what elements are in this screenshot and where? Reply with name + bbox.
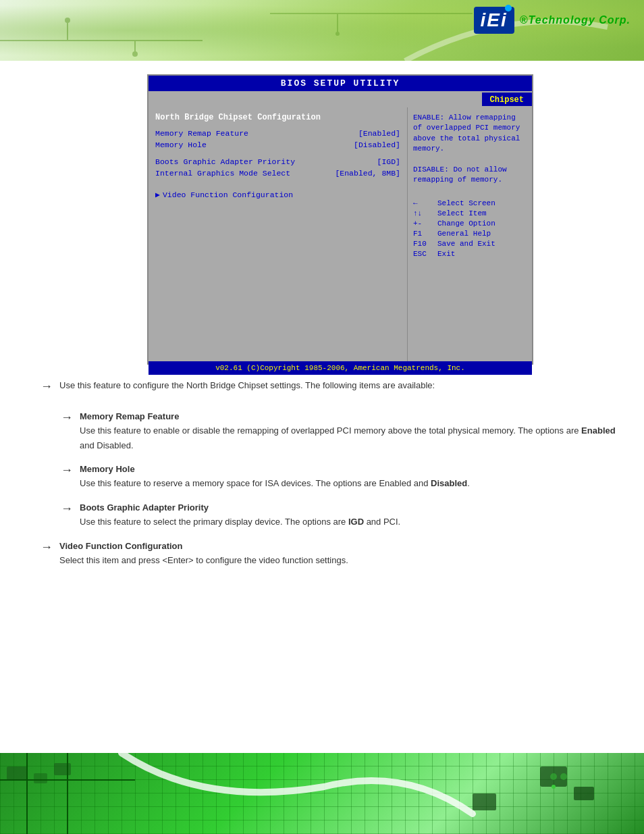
memory-hole-value: [Disabled]: [354, 140, 400, 149]
p3-label: Memory Hole: [80, 464, 135, 474]
svg-rect-15: [574, 787, 594, 800]
text-content: → Use this feature to configure the Nort…: [41, 378, 617, 580]
bios-separator: [155, 152, 400, 157]
paragraph-2-text: Memory Remap Feature Use this feature to…: [80, 409, 617, 452]
paragraph-5: → Video Function Configuration Select th…: [41, 539, 617, 568]
bios-shortcuts: ← Select Screen ↑↓ Select Item +- Change…: [413, 199, 527, 258]
arrow-icon-2: →: [61, 408, 73, 428]
memory-hole-label: Memory Hole: [155, 140, 207, 149]
bios-title: BIOS SETUP UTILITY: [149, 76, 532, 91]
paragraph-3-text: Memory Hole Use this feature to reserve …: [80, 462, 470, 491]
bios-screenshot: BIOS SETUP UTILITY Chipset North Bridge …: [147, 74, 533, 365]
shortcut-desc-help: General Help: [437, 230, 491, 238]
bios-item-boots-graphic: Boots Graphic Adapter Priority [IGD]: [155, 157, 400, 166]
p5-label: Video Function Configuration: [59, 541, 182, 551]
iei-logo: iEi: [474, 7, 514, 34]
bios-footer: v02.61 (C)Copyright 1985-2006, American …: [149, 361, 532, 375]
svg-point-18: [560, 773, 567, 780]
paragraph-5-text: Video Function Configuration Select this…: [59, 539, 348, 568]
bios-submenu-video: ▶ Video Function Configuration: [155, 190, 400, 199]
paragraph-1: → Use this feature to configure the Nort…: [41, 378, 617, 397]
arrow-icon-4: →: [61, 499, 73, 519]
submenu-arrow-icon: ▶: [155, 190, 160, 199]
shortcut-key-plusminus: +-: [413, 219, 432, 228]
bios-help-text: ENABLE: Allow remapping of overlapped PC…: [413, 113, 527, 186]
svg-rect-10: [54, 763, 71, 775]
p4-body: Use this feature to select the primary d…: [80, 517, 400, 527]
internal-graphics-value: [Enabled, 8MB]: [335, 169, 400, 178]
p3-body: Use this feature to reserve a memory spa…: [80, 478, 470, 488]
shortcut-key-f1: F1: [413, 230, 432, 238]
shortcut-key-updown: ↑↓: [413, 209, 432, 217]
bios-active-tab: Chipset: [482, 93, 532, 106]
shortcut-select-screen: ← Select Screen: [413, 199, 527, 207]
shortcut-desc-save: Save and Exit: [437, 240, 495, 248]
bios-item-memory-hole: Memory Hole [Disabled]: [155, 140, 400, 149]
bottom-footer: [0, 753, 644, 834]
svg-rect-9: [34, 773, 47, 783]
paragraph-4: → Boots Graphic Adapter Priority Use thi…: [61, 500, 617, 529]
logo-area: iEi ®Technology Corp.: [474, 7, 630, 34]
arrow-icon-5: →: [41, 538, 53, 558]
bios-right-panel: ENABLE: Allow remapping of overlapped PC…: [407, 107, 532, 361]
bios-separator2: [155, 180, 400, 186]
bios-item-memory-remap: Memory Remap Feature [Enabled]: [155, 129, 400, 138]
internal-graphics-label: Internal Graphics Mode Select: [155, 169, 290, 178]
shortcut-desc-option: Change Option: [437, 219, 495, 228]
paragraph-2: → Memory Remap Feature Use this feature …: [61, 409, 617, 452]
tagline-text: ®Technology Corp.: [520, 14, 630, 26]
arrow-icon-1: →: [41, 377, 53, 397]
memory-remap-value: [Enabled]: [358, 129, 400, 138]
shortcut-f1: F1 General Help: [413, 230, 527, 238]
bios-left-panel: North Bridge Chipset Configuration Memor…: [149, 107, 407, 361]
svg-point-19: [552, 785, 556, 789]
shortcut-desc-exit: Exit: [437, 250, 455, 258]
bios-section-title: North Bridge Chipset Configuration: [155, 113, 400, 122]
bottom-circuit-svg: [0, 753, 644, 834]
shortcut-desc-item: Select Item: [437, 209, 487, 217]
shortcut-key-arrow: ←: [413, 199, 432, 207]
p2-label: Memory Remap Feature: [80, 411, 179, 421]
paragraph-1-text: Use this feature to configure the North …: [59, 378, 435, 392]
bios-content: North Bridge Chipset Configuration Memor…: [149, 107, 532, 361]
shortcut-key-f10: F10: [413, 240, 432, 248]
p4-label: Boots Graphic Adapter Priority: [80, 502, 209, 513]
shortcut-f10: F10 Save and Exit: [413, 240, 527, 248]
arrow-icon-3: →: [61, 461, 73, 481]
svg-rect-8: [7, 766, 27, 780]
top-header: iEi ®Technology Corp.: [0, 0, 644, 61]
logo-tagline: ®Technology Corp.: [520, 14, 630, 26]
help-disable-text: DISABLE: Do not allow remapping of memor…: [413, 165, 507, 184]
boots-graphic-value: [IGD]: [377, 157, 400, 166]
svg-point-2: [65, 18, 70, 23]
help-enable-text: ENABLE: Allow remapping of overlapped PC…: [413, 113, 520, 153]
iei-text: iEi: [481, 9, 508, 30]
bios-menu-bar: Chipset: [149, 91, 532, 107]
p2-body: Use this feature to enable or disable th…: [80, 425, 616, 450]
memory-remap-label: Memory Remap Feature: [155, 129, 248, 138]
shortcut-desc-screen: Select Screen: [437, 199, 495, 207]
paragraph-4-text: Boots Graphic Adapter Priority Use this …: [80, 500, 400, 529]
svg-point-17: [550, 773, 557, 780]
logo-dot: [505, 5, 512, 11]
svg-rect-16: [473, 793, 496, 810]
p5-body: Select this item and press <Enter> to co…: [59, 555, 348, 565]
shortcut-key-esc: ESC: [413, 250, 432, 258]
svg-point-7: [336, 32, 340, 36]
svg-point-4: [132, 51, 138, 57]
shortcut-change-option: +- Change Option: [413, 219, 527, 228]
shortcut-select-item: ↑↓ Select Item: [413, 209, 527, 217]
paragraph-3: → Memory Hole Use this feature to reserv…: [61, 462, 617, 491]
submenu-label: Video Function Configuration: [163, 190, 293, 199]
bios-item-internal-graphics: Internal Graphics Mode Select [Enabled, …: [155, 169, 400, 178]
boots-graphic-label: Boots Graphic Adapter Priority: [155, 157, 295, 166]
shortcut-esc: ESC Exit: [413, 250, 527, 258]
